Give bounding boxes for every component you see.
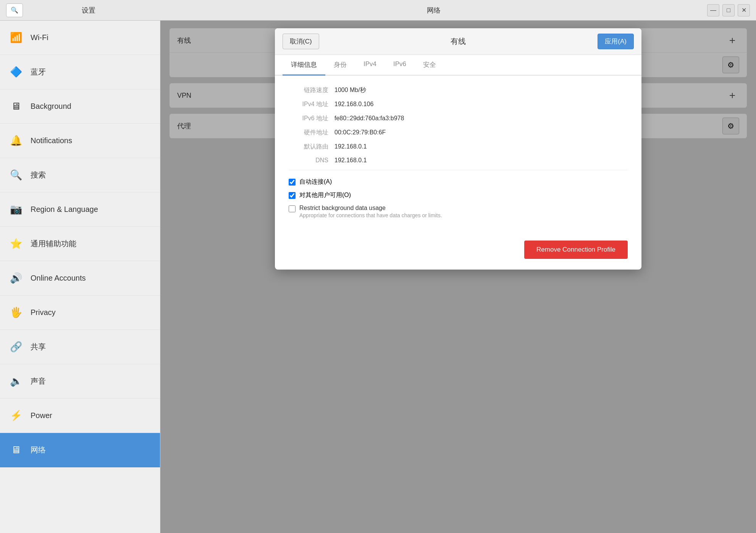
- sidebar-item-bluetooth[interactable]: 🔷 蓝牙: [0, 55, 160, 89]
- privacy-icon: 🖐: [9, 307, 23, 318]
- tab-security[interactable]: 安全: [415, 55, 444, 76]
- modal-overlay: 取消(C) 有线 应用(A) 详细信息 身份 IPv4 IPv6 安全 链路速: [160, 21, 756, 533]
- modal-header: 取消(C) 有线 应用(A): [275, 28, 641, 55]
- tab-ipv4[interactable]: IPv4: [355, 55, 385, 76]
- restrict-data-checkbox[interactable]: [289, 205, 296, 212]
- sidebar-item-region[interactable]: 📷 Region & Language: [0, 192, 160, 227]
- dns-label: DNS: [289, 157, 334, 164]
- sidebar-item-online-accounts[interactable]: 🔊 Online Accounts: [0, 261, 160, 296]
- all-users-label[interactable]: 对其他用户可用(O): [299, 191, 351, 199]
- ipv6-label: IPv6 地址: [289, 115, 334, 123]
- ipv4-label: IPv4 地址: [289, 100, 334, 108]
- sidebar-item-sharing[interactable]: 🔗 共享: [0, 330, 160, 364]
- bluetooth-icon: 🔷: [9, 66, 23, 78]
- maximize-button[interactable]: □: [722, 4, 735, 16]
- sidebar-item-label: Wi-Fi: [31, 33, 48, 42]
- link-speed-label: 链路速度: [289, 86, 334, 94]
- notifications-icon: 🔔: [9, 135, 23, 147]
- gateway-label: 默认路由: [289, 143, 334, 151]
- sidebar-item-notifications[interactable]: 🔔 Notifications: [0, 124, 160, 158]
- link-speed-row: 链路速度 1000 Mb/秒: [289, 86, 628, 94]
- sidebar-item-label: 声音: [31, 376, 46, 386]
- sidebar-item-label: Background: [31, 102, 71, 111]
- sidebar-item-search[interactable]: 🔍 搜索: [0, 158, 160, 192]
- dns-value: 192.168.0.1: [334, 157, 367, 164]
- search-button[interactable]: 🔍: [6, 3, 23, 17]
- sidebar-item-privacy[interactable]: 🖐 Privacy: [0, 296, 160, 330]
- titlebar: 🔍 设置 网络 — □ ✕: [0, 0, 756, 21]
- sidebar-item-label: Privacy: [31, 308, 56, 317]
- restrict-data-sublabel: Appropriate for connections that have da…: [299, 212, 442, 218]
- search-icon: 🔍: [11, 6, 18, 14]
- wired-dialog: 取消(C) 有线 应用(A) 详细信息 身份 IPv4 IPv6 安全 链路速: [275, 28, 641, 270]
- main-layout: 📶 Wi-Fi 🔷 蓝牙 🖥 Background 🔔 Notification…: [0, 21, 756, 533]
- tab-ipv6[interactable]: IPv6: [385, 55, 415, 76]
- sidebar-item-accessibility[interactable]: ⭐ 通用辅助功能: [0, 227, 160, 261]
- restrict-data-label: Restrict background data usage: [299, 205, 442, 212]
- wifi-icon: 📶: [9, 32, 23, 44]
- background-icon: 🖥: [9, 100, 23, 112]
- sidebar-item-label: 通用辅助功能: [31, 239, 76, 249]
- hardware-value: 00:0C:29:79:B0:6F: [334, 129, 386, 136]
- settings-panel-header: 🔍 设置: [0, 3, 160, 17]
- sidebar-item-background[interactable]: 🖥 Background: [0, 89, 160, 124]
- sidebar-item-label: Region & Language: [31, 205, 98, 214]
- network-icon: 🖥: [9, 444, 23, 456]
- sidebar-item-label: 网络: [31, 445, 46, 455]
- sidebar: 📶 Wi-Fi 🔷 蓝牙 🖥 Background 🔔 Notification…: [0, 21, 160, 533]
- ipv4-row: IPv4 地址 192.168.0.106: [289, 100, 628, 108]
- close-button[interactable]: ✕: [738, 4, 750, 16]
- auto-connect-label[interactable]: 自动连接(A): [299, 178, 332, 186]
- modal-title: 有线: [324, 36, 593, 47]
- window-title: 网络: [160, 6, 707, 15]
- sidebar-item-label: Online Accounts: [31, 274, 86, 283]
- divider: [289, 170, 628, 170]
- minimize-button[interactable]: —: [707, 4, 719, 16]
- gateway-row: 默认路由 192.168.0.1: [289, 143, 628, 151]
- content-area: 有线 + ⚙ VPN +: [160, 21, 756, 533]
- sidebar-item-label: 共享: [31, 342, 46, 352]
- sidebar-item-sound[interactable]: 🔈 声音: [0, 364, 160, 399]
- search-nav-icon: 🔍: [9, 169, 23, 181]
- sidebar-item-network[interactable]: 🖥 网络: [0, 433, 160, 467]
- sidebar-item-label: 蓝牙: [31, 67, 46, 77]
- hardware-label: 硬件地址: [289, 129, 334, 137]
- gateway-value: 192.168.0.1: [334, 143, 367, 150]
- hardware-row: 硬件地址 00:0C:29:79:B0:6F: [289, 129, 628, 137]
- auto-connect-checkbox[interactable]: [289, 179, 296, 186]
- restrict-data-row: Restrict background data usage Appropria…: [289, 205, 628, 218]
- sidebar-item-wifi[interactable]: 📶 Wi-Fi: [0, 21, 160, 55]
- dns-row: DNS 192.168.0.1: [289, 157, 628, 164]
- app-title: 设置: [23, 6, 154, 15]
- sharing-icon: 🔗: [9, 341, 23, 353]
- tab-details[interactable]: 详细信息: [283, 55, 325, 76]
- sidebar-item-label: Notifications: [31, 136, 72, 145]
- link-speed-value: 1000 Mb/秒: [334, 86, 366, 94]
- sound-icon: 🔈: [9, 375, 23, 387]
- all-users-row: 对其他用户可用(O): [289, 191, 628, 199]
- restrict-data-text: Restrict background data usage Appropria…: [299, 205, 442, 218]
- sidebar-item-label: Power: [31, 411, 52, 420]
- region-icon: 📷: [9, 204, 23, 215]
- modal-footer: Remove Connection Profile: [275, 233, 641, 270]
- ipv4-value: 192.168.0.106: [334, 101, 373, 108]
- ipv6-value: fe80::29dd:760a:fa3:b978: [334, 115, 404, 122]
- tab-identity[interactable]: 身份: [325, 55, 355, 76]
- sidebar-item-label: 搜索: [31, 170, 46, 180]
- all-users-checkbox[interactable]: [289, 192, 296, 199]
- sidebar-item-power[interactable]: ⚡ Power: [0, 399, 160, 433]
- accessibility-icon: ⭐: [9, 238, 23, 250]
- auto-connect-row: 自动连接(A): [289, 178, 628, 186]
- online-accounts-icon: 🔊: [9, 272, 23, 284]
- cancel-button[interactable]: 取消(C): [283, 34, 319, 49]
- apply-button[interactable]: 应用(A): [598, 34, 634, 49]
- window-controls: — □ ✕: [707, 4, 756, 16]
- modal-body: 链路速度 1000 Mb/秒 IPv4 地址 192.168.0.106 IPv…: [275, 76, 641, 233]
- power-icon: ⚡: [9, 410, 23, 422]
- modal-tabs: 详细信息 身份 IPv4 IPv6 安全: [275, 55, 641, 76]
- ipv6-row: IPv6 地址 fe80::29dd:760a:fa3:b978: [289, 115, 628, 123]
- remove-connection-button[interactable]: Remove Connection Profile: [524, 241, 628, 259]
